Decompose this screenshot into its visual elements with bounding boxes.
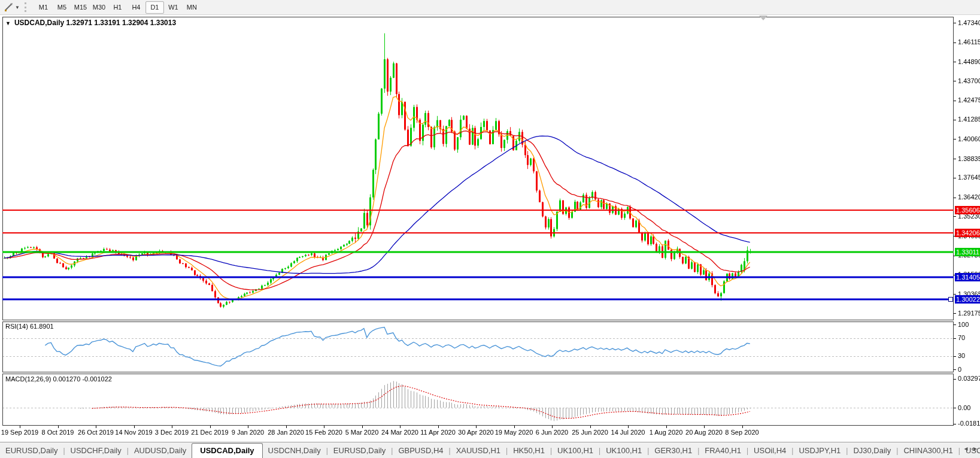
chart-tab-usdchf-daily[interactable]: USDCHF,Daily [65, 446, 127, 455]
chart-tab-ger30-h1[interactable]: GER30,H1 [649, 446, 697, 455]
macd-indicator-label: MACD(12,26,9) 0.001270 -0.001022 [5, 375, 112, 383]
chart-tab-eurusd-daily[interactable]: EURUSD,Daily [328, 446, 391, 455]
timeframe-group: M1M5M15M30H1H4D1W1MN [34, 1, 201, 14]
chart-tab-uk100-h1[interactable]: UK100,H1 [600, 446, 647, 455]
chart-tab-bar: EURUSD,Daily|USDCHF,Daily|AUDUSD,DailyUS… [0, 442, 980, 458]
chart-tab-usdcad-daily[interactable]: USDCAD,Daily [192, 443, 262, 458]
timeframe-button-m30[interactable]: M30 [90, 1, 108, 14]
tab-scroll-right-icon[interactable]: ▸ [973, 444, 977, 453]
timeframe-button-d1[interactable]: D1 [145, 1, 164, 14]
chart-title: ▼USDCAD,Daily 1.32971 1.33191 1.32904 1.… [5, 19, 176, 27]
mt4-window: ▼ M1M5M15M30H1H4D1W1MN ▼USDCAD,Daily 1.3… [0, 0, 980, 458]
tab-scroll-arrows: ◂ ▸ [961, 444, 977, 453]
timeframe-button-m5[interactable]: M5 [53, 1, 71, 14]
chart-tab-hk50-h1[interactable]: HK50,H1 [508, 446, 550, 455]
tab-scroll-left-icon[interactable]: ◂ [964, 444, 968, 453]
toolbar-grip [25, 2, 29, 12]
timeframe-button-w1[interactable]: W1 [164, 1, 183, 14]
chart-tab-fra40-h1[interactable]: FRA40,H1 [699, 446, 747, 455]
chart-tab-eurusd-daily[interactable]: EURUSD,Daily [0, 446, 63, 455]
cursor-tool-icon[interactable] [4, 2, 14, 12]
chart-tab-usoil-h4[interactable]: USOil,H4 [748, 446, 791, 455]
cursor-tool-dropdown-icon[interactable]: ▼ [15, 5, 20, 10]
chart-tab-usdcnh-daily[interactable]: USDCNH,Daily [263, 446, 326, 455]
timeframe-button-h1[interactable]: H1 [108, 1, 127, 14]
chart-tab-xauusd-h1[interactable]: XAUUSD,H1 [451, 446, 506, 455]
chart-tab-audusd-daily[interactable]: AUDUSD,Daily [129, 446, 192, 455]
timeframe-button-h4[interactable]: H4 [127, 1, 145, 14]
chart-tab-usdjpy-h1[interactable]: USDJPY,H1 [793, 446, 846, 455]
chart-tab-uk100-h1[interactable]: UK100,H1 [552, 446, 599, 455]
rsi-indicator-label: RSI(14) 61.8901 [5, 323, 54, 330]
chart-tab-dj30-daily[interactable]: DJ30,Daily [848, 446, 896, 455]
symbol-quote-text: USDCAD,Daily 1.32971 1.33191 1.32904 1.3… [14, 19, 176, 27]
timeframe-button-mn[interactable]: MN [183, 1, 201, 14]
chart-canvas[interactable] [0, 0, 980, 458]
chart-tab-china300-h1[interactable]: CHINA300,H1 [898, 446, 958, 455]
timeframe-button-m15[interactable]: M15 [71, 1, 90, 14]
collapse-chart-icon[interactable]: ▼ [5, 20, 11, 26]
chart-tab-gbpusd-h4[interactable]: GBPUSD,H4 [393, 446, 448, 455]
timeframe-button-m1[interactable]: M1 [34, 1, 53, 14]
chart-shift-marker-icon[interactable] [759, 16, 767, 20]
toolbar: ▼ M1M5M15M30H1H4D1W1MN [0, 0, 980, 15]
